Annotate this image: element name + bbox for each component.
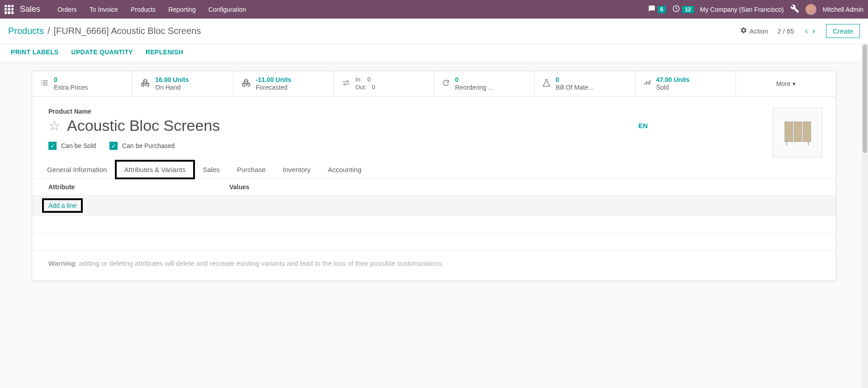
stat-reordering[interactable]: 0Reordering ... bbox=[434, 71, 535, 96]
product-name[interactable]: Acoustic Bloc Screens bbox=[67, 117, 220, 134]
update-quantity-action[interactable]: UPDATE QUANTITY bbox=[71, 48, 133, 56]
table-row: Add a line bbox=[32, 196, 836, 216]
cubes-icon bbox=[241, 78, 251, 90]
nav-configuration[interactable]: Configuration bbox=[202, 6, 252, 13]
svg-rect-2 bbox=[794, 122, 802, 142]
messaging-indicator[interactable]: 6 bbox=[648, 5, 666, 14]
tab-general-information[interactable]: General Information bbox=[38, 161, 116, 178]
favorite-star[interactable]: ☆ bbox=[48, 118, 61, 134]
gear-icon bbox=[740, 27, 747, 35]
header-row: Products / [FURN_6666] Acoustic Bloc Scr… bbox=[0, 19, 868, 44]
can-be-purchased-checkbox[interactable]: ✓ Can be Purchased bbox=[109, 142, 175, 150]
pager-next[interactable]: › bbox=[811, 26, 817, 36]
table-row bbox=[32, 233, 836, 250]
stat-more[interactable]: More ▾ bbox=[736, 71, 836, 96]
transfer-icon bbox=[341, 78, 351, 90]
stat-forecasted[interactable]: -11.00 UnitsForecasted bbox=[233, 71, 334, 96]
variants-table: Attribute Values Add a line bbox=[32, 178, 836, 250]
product-image[interactable] bbox=[773, 108, 822, 158]
create-button[interactable]: Create bbox=[826, 24, 860, 38]
user-avatar[interactable] bbox=[806, 4, 816, 15]
language-badge[interactable]: EN bbox=[638, 122, 648, 129]
form-sheet: 0Extra Prices 16.00 UnitsOn Hand -11.00 … bbox=[32, 71, 836, 281]
nav-orders[interactable]: Orders bbox=[51, 6, 83, 13]
app-brand[interactable]: Sales bbox=[20, 5, 40, 14]
flask-icon bbox=[542, 78, 551, 90]
actions-row: PRINT LABELS UPDATE QUANTITY REPLENISH bbox=[0, 44, 868, 62]
print-labels-action[interactable]: PRINT LABELS bbox=[11, 48, 59, 56]
list-icon bbox=[39, 78, 49, 90]
user-menu[interactable]: Mitchell Admin bbox=[823, 6, 863, 13]
svg-rect-3 bbox=[803, 122, 811, 142]
nav-to-invoice[interactable]: To Invoice bbox=[83, 6, 124, 13]
chart-icon bbox=[643, 79, 652, 89]
nav-reporting[interactable]: Reporting bbox=[162, 6, 202, 13]
clock-badge: 12 bbox=[682, 6, 693, 13]
stat-in-out[interactable]: In:0 Out:0 bbox=[334, 71, 434, 96]
refresh-icon bbox=[441, 78, 451, 90]
tab-accounting[interactable]: Accounting bbox=[319, 161, 370, 178]
table-row bbox=[32, 216, 836, 233]
apps-icon[interactable] bbox=[5, 5, 14, 14]
replenish-action[interactable]: REPLENISH bbox=[146, 48, 183, 56]
tab-inventory[interactable]: Inventory bbox=[274, 161, 319, 178]
activities-indicator[interactable]: 12 bbox=[672, 5, 693, 14]
tabs: General Information Attributes & Variant… bbox=[32, 154, 836, 178]
product-name-label: Product Name bbox=[48, 108, 820, 115]
cubes-icon bbox=[140, 78, 151, 90]
stat-bom[interactable]: 0Bill Of Mate... bbox=[535, 71, 635, 96]
breadcrumb-root[interactable]: Products bbox=[8, 26, 44, 36]
can-be-sold-checkbox[interactable]: ✓ Can be Sold bbox=[48, 142, 96, 150]
top-navbar: Sales Orders To Invoice Products Reporti… bbox=[0, 0, 868, 19]
check-icon: ✓ bbox=[109, 142, 118, 150]
breadcrumb-current: [FURN_6666] Acoustic Bloc Screens bbox=[54, 26, 201, 36]
tab-purchase[interactable]: Purchase bbox=[228, 161, 274, 178]
tab-attributes-variants[interactable]: Attributes & Variants bbox=[116, 161, 194, 178]
svg-rect-1 bbox=[785, 122, 793, 142]
breadcrumb: Products / [FURN_6666] Acoustic Bloc Scr… bbox=[8, 26, 201, 36]
scrollbar[interactable] bbox=[862, 44, 868, 299]
company-switcher[interactable]: My Company (San Francisco) bbox=[700, 6, 784, 13]
check-icon: ✓ bbox=[48, 142, 57, 150]
col-attribute: Attribute bbox=[48, 183, 229, 191]
pager-prev[interactable]: ‹ bbox=[803, 26, 810, 36]
stat-sold[interactable]: 47.00 UnitsSold bbox=[636, 71, 736, 96]
col-values: Values bbox=[229, 183, 249, 191]
pager-count[interactable]: 2 / 65 bbox=[777, 27, 794, 35]
add-a-line[interactable]: Add a line bbox=[44, 200, 81, 211]
chat-icon bbox=[648, 5, 656, 14]
debug-icon[interactable] bbox=[790, 4, 799, 14]
stat-extra-prices[interactable]: 0Extra Prices bbox=[32, 71, 133, 96]
stat-buttons: 0Extra Prices 16.00 UnitsOn Hand -11.00 … bbox=[32, 71, 836, 97]
nav-products[interactable]: Products bbox=[124, 6, 162, 13]
clock-icon bbox=[672, 5, 680, 14]
warning-text: Warning: adding or deleting attributes w… bbox=[32, 250, 836, 281]
stat-on-hand[interactable]: 16.00 UnitsOn Hand bbox=[133, 71, 233, 96]
caret-down-icon: ▾ bbox=[792, 80, 796, 87]
action-dropdown[interactable]: Action bbox=[740, 27, 768, 35]
tab-sales[interactable]: Sales bbox=[194, 161, 228, 178]
chat-badge: 6 bbox=[658, 6, 666, 13]
